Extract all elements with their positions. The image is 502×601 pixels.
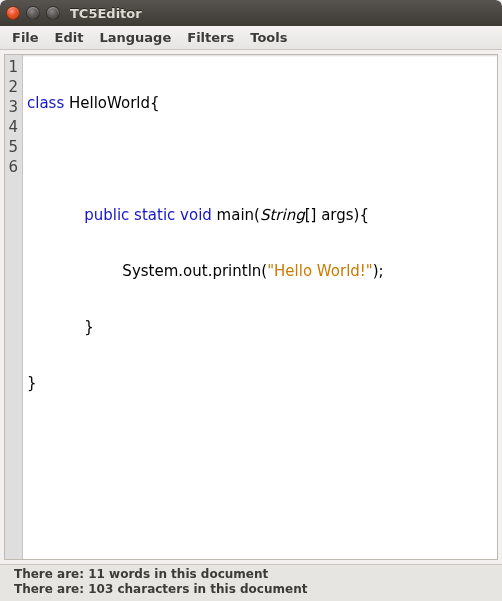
status-chars: There are: 103 characters in this docume…	[14, 582, 494, 597]
code-text	[27, 150, 32, 168]
code-area[interactable]: class HelloWorld{ public static void mai…	[23, 55, 497, 559]
code-text: HelloWorld{	[64, 94, 159, 112]
code-line: class HelloWorld{	[27, 93, 493, 113]
code-text: }	[27, 318, 94, 336]
menu-edit[interactable]: Edit	[47, 28, 92, 47]
code-text: main(	[212, 206, 260, 224]
window-buttons	[6, 6, 60, 20]
editor: 1 2 3 4 5 6 class HelloWorld{ public sta…	[4, 54, 498, 560]
line-number: 5	[7, 137, 18, 157]
code-text: );	[373, 262, 384, 280]
line-number: 2	[7, 77, 18, 97]
code-line: public static void main(String[] args){	[27, 205, 493, 225]
code-line: System.out.println("Hello World!");	[27, 261, 493, 281]
keyword: class	[27, 94, 64, 112]
code-line: }	[27, 317, 493, 337]
type: String	[260, 206, 305, 224]
menu-file[interactable]: File	[4, 28, 47, 47]
code-text	[27, 206, 84, 224]
menu-language[interactable]: Language	[91, 28, 179, 47]
menu-filters[interactable]: Filters	[179, 28, 242, 47]
menu-tools[interactable]: Tools	[242, 28, 295, 47]
string-literal: "Hello World!"	[267, 262, 373, 280]
code-text: System.out.println(	[27, 262, 267, 280]
status-bar: There are: 11 words in this document The…	[0, 564, 502, 601]
line-number: 3	[7, 97, 18, 117]
maximize-icon[interactable]	[46, 6, 60, 20]
minimize-icon[interactable]	[26, 6, 40, 20]
line-number: 6	[7, 157, 18, 177]
window-title: TC5Editor	[70, 6, 142, 21]
code-line: }	[27, 373, 493, 393]
app-window: TC5Editor File Edit Language Filters Too…	[0, 0, 502, 601]
keyword: public static void	[84, 206, 212, 224]
gutter: 1 2 3 4 5 6	[5, 55, 23, 559]
status-words: There are: 11 words in this document	[14, 567, 494, 582]
code-line	[27, 149, 493, 169]
close-icon[interactable]	[6, 6, 20, 20]
titlebar: TC5Editor	[0, 0, 502, 26]
code-text: [] args){	[305, 206, 369, 224]
code-text: }	[27, 374, 37, 392]
line-number: 4	[7, 117, 18, 137]
menubar: File Edit Language Filters Tools	[0, 26, 502, 50]
line-number: 1	[7, 57, 18, 77]
